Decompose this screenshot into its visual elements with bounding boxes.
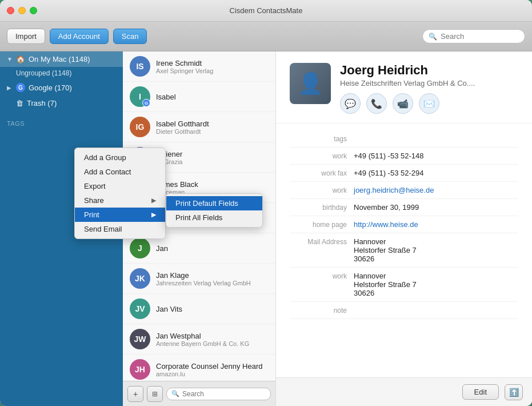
house-icon: 🏠 [16,55,25,63]
sidebar-item-trash[interactable]: 🗑 Trash (7) [0,95,123,111]
call-action-button[interactable]: 📞 [366,93,387,114]
sidebar-item-on-my-mac[interactable]: ▼ 🏠 On My Mac (1148) [0,51,123,67]
field-row: work HannoverHelstorfer Straße 730626 [290,268,518,302]
toolbar: Import Add Account Scan 🔍 [0,22,532,51]
contact-actions: 💬 📞 📹 ✉️ [340,93,518,114]
submenu-arrow-print: ▶ [151,211,156,218]
contact-name: Jan Klage [156,271,269,280]
sidebar-on-my-mac-label: On My Mac (1148) [29,55,90,63]
contact-avatar-wrap: JH [130,359,150,380]
contact-avatar-wrap: J [130,238,150,258]
contact-subtitle: Jahreszeiten Verlag Verlag GmbH [156,280,269,286]
sidebar-tags-section: Tags [0,116,123,129]
import-button[interactable]: Import [7,29,45,44]
field-row: tags [290,130,518,148]
contact-avatar-wrap: JK [130,268,150,289]
submenu-arrow-share: ▶ [151,197,156,204]
avatar-initials: IG [136,122,145,132]
contact-avatar: JV [130,298,150,319]
contact-info: Irene Schmidt Axel Springer Verlag [156,59,269,74]
scan-button[interactable]: Scan [113,29,147,44]
contact-info: Jan Vits [156,305,269,313]
sidebar-item-google[interactable]: ▶ G Google (170) [0,79,123,95]
share-button[interactable]: ⬆️ [505,384,523,400]
menu-item-add-contact[interactable]: Add a Contact [75,165,165,179]
footer-search-input[interactable] [182,390,266,398]
minimize-button[interactable] [18,7,26,14]
field-row: birthday November 30, 1999 [290,199,518,216]
contact-list-item[interactable]: JV Jan Vits [123,294,275,324]
contact-avatar: JH [130,359,150,380]
print-default-fields[interactable]: Print Default Fields [166,196,262,210]
contact-avatar: J [130,238,150,258]
contact-list-item[interactable]: IS Irene Schmidt Axel Springer Verlag [123,51,275,82]
contact-photo-inner: 👤 [290,63,331,104]
search-input[interactable] [441,32,519,41]
contact-subtitle: amazon.lu [156,371,269,377]
close-button[interactable] [7,7,14,14]
maximize-button[interactable] [30,7,37,14]
print-submenu: Print Default Fields Print All Fields [166,193,263,228]
contact-subtitle: Dieter Gotthardt [156,128,269,135]
sidebar-item-ungrouped[interactable]: Ungrouped (1148) [0,67,123,79]
message-action-button[interactable]: 💬 [340,93,361,114]
contact-name: Jan [156,244,269,253]
adjust-columns-button[interactable]: ⊞ [147,386,163,402]
detail-fields: tags work +49 (511) -53 52-148 work fax … [276,124,532,377]
contact-header: 👤 Joerg Heidrich Heise Zeitschriften Ver… [276,51,532,124]
menu-item-export[interactable]: Export [75,179,165,193]
main-area: ▼ 🏠 On My Mac (1148) Ungrouped (1148) ▶ … [0,51,532,406]
expand-icon: ▼ [7,56,13,62]
field-value[interactable]: joerg.heidrich@heise.de [354,186,518,194]
field-label: birthday [290,203,347,212]
field-row: home page http://www.heise.de [290,216,518,233]
contact-name-heading: Joerg Heidrich [340,63,518,78]
field-row: note [290,302,518,319]
field-row: work fax +49 (511) -53 52-294 [290,165,518,182]
avatar-initials: JK [135,274,145,283]
contact-subtitle: Axel Springer Verlag [156,67,269,74]
field-label: work [290,152,347,160]
field-value[interactable]: http://www.heise.de [354,220,518,229]
trash-icon: 🗑 [16,99,23,108]
avatar-initials: JH [135,365,145,374]
menu-item-share[interactable]: Share ▶ [75,193,165,208]
contact-list-item[interactable]: JW Jan Westphal Antenne Bayern GmbH & Co… [123,324,275,355]
contact-info: Jan [156,244,269,253]
footer-search-icon: 🔍 [171,390,179,397]
contact-info: Jan Klage Jahreszeiten Verlag Verlag Gmb… [156,271,269,286]
contact-name: James Black [156,180,269,189]
menu-item-print[interactable]: Print ▶ [75,208,165,222]
menu-item-add-group[interactable]: Add a Group [75,150,165,165]
avatar-initials: JW [134,335,146,344]
add-account-button[interactable]: Add Account [50,29,109,44]
expand-icon-google: ▶ [7,85,13,91]
field-label: note [290,306,347,315]
add-contact-button[interactable]: + [127,386,143,402]
contact-avatar: IS [130,56,150,77]
contact-avatar: IG [130,117,150,137]
contact-list-item[interactable]: JK Jan Klage Jahreszeiten Verlag Verlag … [123,264,275,294]
contact-list-item[interactable]: IG Isabel Gotthardt Dieter Gotthardt [123,112,275,142]
contact-list-item[interactable]: JH Corporate Counsel Jenny Heard amazon.… [123,355,275,381]
field-row: work +49 (511) -53 52-148 [290,148,518,165]
contact-info: Isabel [156,93,269,101]
avatar-initials: J [138,244,142,253]
edit-button[interactable]: Edit [462,384,499,400]
google-badge: G [142,99,150,107]
contact-list-item[interactable]: I G Isabel [123,82,275,112]
detail-panel: 👤 Joerg Heidrich Heise Zeitschriften Ver… [276,51,532,406]
contact-avatar: JW [130,329,150,349]
contact-info: Jan Westphal Antenne Bayern GmbH & Co. K… [156,332,269,347]
contact-org-heading: Heise Zeitschriften Verlag GmbH & Co.... [340,79,518,87]
contact-avatar-wrap: JW [130,329,150,349]
field-label: home page [290,220,347,229]
facetime-action-button[interactable]: 📹 [393,93,413,114]
menu-item-send-email[interactable]: Send Email [75,222,165,236]
email-action-button[interactable]: ✉️ [419,93,439,114]
contact-avatar: JK [130,268,150,289]
print-all-fields[interactable]: Print All Fields [166,210,262,225]
contact-list-footer: + ⊞ 🔍 [123,381,275,406]
avatar-initials: IS [136,62,143,71]
contact-avatar-wrap: JV [130,298,150,319]
